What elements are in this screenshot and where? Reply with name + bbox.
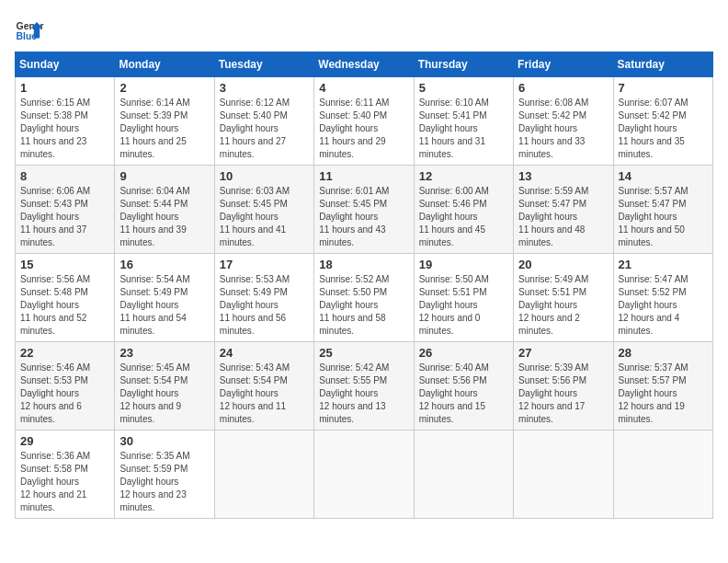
day-info: Sunrise: 5:49 AM Sunset: 5:51 PM Dayligh…: [518, 273, 608, 338]
calendar-table: SundayMondayTuesdayWednesdayThursdayFrid…: [15, 52, 713, 519]
day-number: 2: [119, 81, 209, 95]
day-number: 13: [518, 169, 608, 183]
calendar-cell: 30 Sunrise: 5:35 AM Sunset: 5:59 PM Dayl…: [115, 431, 214, 519]
logo-icon: General Blue: [15, 15, 44, 44]
day-number: 7: [619, 81, 708, 95]
day-number: 24: [220, 346, 309, 360]
day-number: 22: [20, 346, 109, 360]
day-info: Sunrise: 5:57 AM Sunset: 5:47 PM Dayligh…: [619, 185, 708, 249]
weekday-header-saturday: Saturday: [613, 52, 712, 77]
day-number: 20: [518, 258, 608, 271]
day-info: Sunrise: 5:42 AM Sunset: 5:55 PM Dayligh…: [319, 362, 408, 426]
weekday-header-monday: Monday: [115, 52, 214, 77]
weekday-header-thursday: Thursday: [414, 52, 513, 77]
day-info: Sunrise: 6:08 AM Sunset: 5:42 PM Dayligh…: [518, 97, 608, 161]
day-info: Sunrise: 6:03 AM Sunset: 5:45 PM Dayligh…: [220, 185, 309, 249]
day-info: Sunrise: 5:37 AM Sunset: 5:57 PM Dayligh…: [619, 362, 708, 426]
day-info: Sunrise: 5:56 AM Sunset: 5:48 PM Dayligh…: [20, 273, 109, 338]
day-number: 27: [518, 346, 608, 360]
day-number: 18: [319, 258, 408, 271]
day-info: Sunrise: 6:12 AM Sunset: 5:40 PM Dayligh…: [220, 97, 309, 161]
day-number: 17: [220, 258, 309, 271]
day-number: 21: [619, 258, 708, 271]
day-info: Sunrise: 5:53 AM Sunset: 5:49 PM Dayligh…: [220, 273, 309, 338]
calendar-cell: [314, 431, 414, 519]
day-info: Sunrise: 5:59 AM Sunset: 5:47 PM Dayligh…: [518, 185, 608, 249]
day-info: Sunrise: 6:06 AM Sunset: 5:43 PM Dayligh…: [20, 185, 109, 249]
day-info: Sunrise: 5:47 AM Sunset: 5:52 PM Dayligh…: [619, 273, 708, 338]
calendar-cell: [214, 431, 313, 519]
calendar-cell: [613, 431, 712, 519]
day-number: 8: [20, 169, 109, 183]
day-info: Sunrise: 5:35 AM Sunset: 5:59 PM Dayligh…: [119, 450, 209, 514]
calendar-cell: [414, 431, 513, 519]
calendar-cell: 4 Sunrise: 6:11 AM Sunset: 5:40 PM Dayli…: [314, 77, 414, 166]
day-info: Sunrise: 6:14 AM Sunset: 5:39 PM Dayligh…: [119, 97, 209, 161]
day-info: Sunrise: 5:40 AM Sunset: 5:56 PM Dayligh…: [419, 362, 508, 426]
day-info: Sunrise: 5:36 AM Sunset: 5:58 PM Dayligh…: [20, 450, 109, 514]
calendar-row: 1 Sunrise: 6:15 AM Sunset: 5:38 PM Dayli…: [16, 77, 713, 166]
day-number: 11: [319, 169, 408, 183]
day-info: Sunrise: 6:01 AM Sunset: 5:45 PM Dayligh…: [319, 185, 408, 249]
calendar-cell: 5 Sunrise: 6:10 AM Sunset: 5:41 PM Dayli…: [414, 77, 513, 166]
calendar-row: 8 Sunrise: 6:06 AM Sunset: 5:43 PM Dayli…: [16, 166, 713, 254]
calendar-cell: 2 Sunrise: 6:14 AM Sunset: 5:39 PM Dayli…: [115, 77, 214, 166]
day-number: 23: [119, 346, 209, 360]
day-info: Sunrise: 5:39 AM Sunset: 5:56 PM Dayligh…: [518, 362, 608, 426]
calendar-cell: 19 Sunrise: 5:50 AM Sunset: 5:51 PM Dayl…: [414, 254, 513, 342]
day-number: 12: [419, 169, 508, 183]
day-number: 28: [619, 346, 708, 360]
calendar-cell: 17 Sunrise: 5:53 AM Sunset: 5:49 PM Dayl…: [214, 254, 313, 342]
calendar-cell: [514, 431, 613, 519]
day-number: 5: [419, 81, 508, 95]
day-info: Sunrise: 5:54 AM Sunset: 5:49 PM Dayligh…: [119, 273, 209, 338]
calendar-cell: 16 Sunrise: 5:54 AM Sunset: 5:49 PM Dayl…: [115, 254, 214, 342]
page-header: General Blue: [15, 15, 713, 44]
calendar-cell: 10 Sunrise: 6:03 AM Sunset: 5:45 PM Dayl…: [214, 166, 313, 254]
weekday-header-row: SundayMondayTuesdayWednesdayThursdayFrid…: [16, 52, 713, 77]
calendar-cell: 9 Sunrise: 6:04 AM Sunset: 5:44 PM Dayli…: [115, 166, 214, 254]
day-number: 30: [119, 434, 209, 448]
calendar-cell: 21 Sunrise: 5:47 AM Sunset: 5:52 PM Dayl…: [613, 254, 712, 342]
weekday-header-tuesday: Tuesday: [214, 52, 313, 77]
day-info: Sunrise: 5:50 AM Sunset: 5:51 PM Dayligh…: [419, 273, 508, 338]
calendar-row: 29 Sunrise: 5:36 AM Sunset: 5:58 PM Dayl…: [16, 431, 713, 519]
day-number: 29: [20, 434, 109, 448]
calendar-cell: 8 Sunrise: 6:06 AM Sunset: 5:43 PM Dayli…: [16, 166, 115, 254]
weekday-header-wednesday: Wednesday: [314, 52, 414, 77]
calendar-cell: 18 Sunrise: 5:52 AM Sunset: 5:50 PM Dayl…: [314, 254, 414, 342]
calendar-cell: 7 Sunrise: 6:07 AM Sunset: 5:42 PM Dayli…: [613, 77, 712, 166]
day-info: Sunrise: 6:07 AM Sunset: 5:42 PM Dayligh…: [619, 97, 708, 161]
day-info: Sunrise: 5:45 AM Sunset: 5:54 PM Dayligh…: [119, 362, 209, 426]
calendar-cell: 22 Sunrise: 5:46 AM Sunset: 5:53 PM Dayl…: [16, 342, 115, 431]
day-info: Sunrise: 6:15 AM Sunset: 5:38 PM Dayligh…: [20, 97, 109, 161]
calendar-cell: 15 Sunrise: 5:56 AM Sunset: 5:48 PM Dayl…: [16, 254, 115, 342]
day-number: 1: [20, 81, 109, 95]
day-info: Sunrise: 6:04 AM Sunset: 5:44 PM Dayligh…: [119, 185, 209, 249]
calendar-row: 22 Sunrise: 5:46 AM Sunset: 5:53 PM Dayl…: [16, 342, 713, 431]
day-number: 15: [20, 258, 109, 271]
calendar-cell: 12 Sunrise: 6:00 AM Sunset: 5:46 PM Dayl…: [414, 166, 513, 254]
day-number: 16: [119, 258, 209, 271]
calendar-cell: 3 Sunrise: 6:12 AM Sunset: 5:40 PM Dayli…: [214, 77, 313, 166]
day-number: 19: [419, 258, 508, 271]
calendar-cell: 14 Sunrise: 5:57 AM Sunset: 5:47 PM Dayl…: [613, 166, 712, 254]
day-info: Sunrise: 6:00 AM Sunset: 5:46 PM Dayligh…: [419, 185, 508, 249]
day-info: Sunrise: 5:46 AM Sunset: 5:53 PM Dayligh…: [20, 362, 109, 426]
calendar-cell: 11 Sunrise: 6:01 AM Sunset: 5:45 PM Dayl…: [314, 166, 414, 254]
calendar-cell: 23 Sunrise: 5:45 AM Sunset: 5:54 PM Dayl…: [115, 342, 214, 431]
day-info: Sunrise: 5:43 AM Sunset: 5:54 PM Dayligh…: [220, 362, 309, 426]
day-info: Sunrise: 6:10 AM Sunset: 5:41 PM Dayligh…: [419, 97, 508, 161]
day-number: 3: [220, 81, 309, 95]
day-number: 4: [319, 81, 408, 95]
calendar-cell: 24 Sunrise: 5:43 AM Sunset: 5:54 PM Dayl…: [214, 342, 313, 431]
calendar-cell: 28 Sunrise: 5:37 AM Sunset: 5:57 PM Dayl…: [613, 342, 712, 431]
day-number: 6: [518, 81, 608, 95]
calendar-cell: 25 Sunrise: 5:42 AM Sunset: 5:55 PM Dayl…: [314, 342, 414, 431]
calendar-cell: 26 Sunrise: 5:40 AM Sunset: 5:56 PM Dayl…: [414, 342, 513, 431]
logo: General Blue: [15, 15, 44, 44]
day-number: 26: [419, 346, 508, 360]
weekday-header-sunday: Sunday: [16, 52, 115, 77]
day-info: Sunrise: 6:11 AM Sunset: 5:40 PM Dayligh…: [319, 97, 408, 161]
day-number: 10: [220, 169, 309, 183]
